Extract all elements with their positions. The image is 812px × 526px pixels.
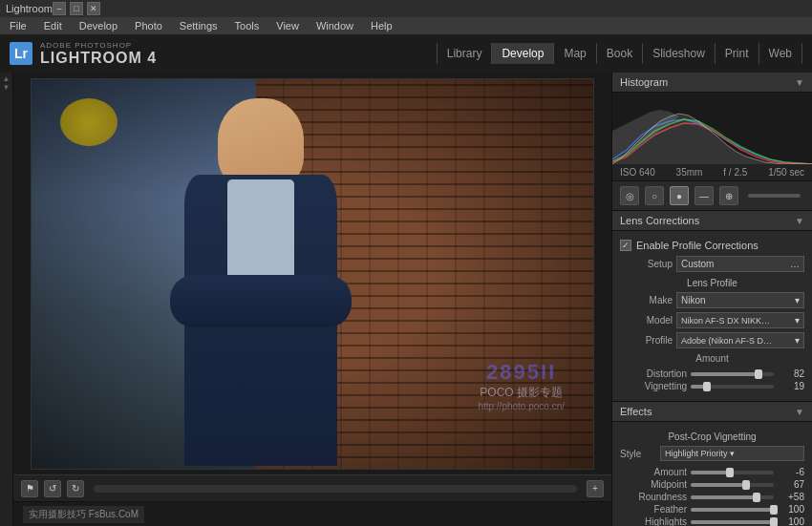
titlebar-title: Lightroom [6, 3, 53, 14]
lens-corrections-header[interactable]: Lens Corrections ▼ [612, 211, 812, 231]
midpoint-thumb[interactable] [742, 480, 750, 490]
tool-red-eye[interactable]: ⊕ [719, 186, 738, 205]
develop-tool-icons: ◎ ○ ● — ⊕ [612, 181, 812, 211]
distortion-slider[interactable] [691, 372, 774, 376]
hist-shutter: 1/50 sec [768, 167, 804, 178]
setup-select[interactable]: Custom … [676, 256, 804, 272]
profile-select[interactable]: Adobe (Nikon AF-S DX NIKKO... ▾ [676, 332, 804, 348]
tool-basic[interactable]: ◎ [620, 186, 639, 205]
histogram-section: Histogram ▼ [612, 73, 812, 181]
roundness-slider[interactable] [691, 495, 774, 499]
tab-print[interactable]: Print [716, 43, 759, 64]
menu-edit[interactable]: Edit [40, 20, 66, 32]
menu-photo[interactable]: Photo [131, 20, 166, 32]
distortion-value: 82 [778, 368, 804, 379]
bottom-status-bar: 实用摄影技巧 FsBus.CoM [13, 501, 611, 526]
left-up-arrow[interactable]: ▲ [3, 74, 11, 83]
menu-tools[interactable]: Tools [231, 20, 264, 32]
style-label: Style [620, 449, 656, 459]
roundness-value: +58 [778, 492, 804, 502]
tab-book[interactable]: Book [597, 43, 643, 64]
roundness-fill [691, 495, 757, 499]
make-select[interactable]: Nikon ▾ [676, 292, 804, 308]
highlights-label: Highlights [620, 516, 687, 526]
photo-rotate-left[interactable]: ↺ [44, 480, 61, 497]
amount-slider[interactable] [691, 471, 774, 474]
photo-zoom-in[interactable]: + [587, 480, 604, 497]
histogram-toggle[interactable]: ▼ [795, 77, 804, 88]
histogram-header[interactable]: Histogram ▼ [612, 73, 812, 93]
amount-label-eff: Amount [620, 467, 687, 477]
model-label: Model [620, 315, 673, 326]
tool-retouch[interactable]: — [694, 186, 714, 205]
app-subtitle: ADOBE PHOTOSHOP [40, 41, 157, 50]
lens-corrections-section: Lens Corrections ▼ ✓ Enable Profile Corr… [612, 211, 812, 402]
lens-corrections-content: ✓ Enable Profile Corrections Setup Custo… [612, 231, 812, 401]
effects-toggle[interactable]: ▼ [795, 407, 804, 417]
photo-filmstrip-scroll[interactable] [94, 485, 577, 493]
minimize-button[interactable]: – [53, 2, 66, 15]
maximize-button[interactable]: □ [70, 2, 83, 15]
highlights-fill [691, 520, 774, 524]
left-down-arrow[interactable]: ▼ [3, 83, 11, 92]
tab-slideshow[interactable]: Slideshow [643, 43, 716, 64]
tab-develop[interactable]: Develop [492, 43, 554, 64]
main: Lr ADOBE PHOTOSHOP LIGHTROOM 4 Library D… [0, 34, 812, 526]
menu-file[interactable]: File [6, 20, 31, 32]
vignetting-thumb[interactable] [703, 382, 711, 391]
model-chevron: ▾ [795, 315, 800, 326]
feather-slider[interactable] [691, 508, 774, 512]
highlights-value: 100 [778, 516, 804, 526]
profile-label: Profile [620, 335, 673, 346]
tab-web[interactable]: Web [759, 43, 802, 64]
amount-thumb[interactable] [726, 468, 734, 477]
photo-panel: 2895II POCO 摄影专题 http://photo.poco.cn/ ⚑… [13, 73, 611, 526]
model-row: Model Nikon AF-S DX NIKKOR 35mm... ▾ [612, 310, 812, 330]
make-label: Make [620, 295, 673, 305]
model-select[interactable]: Nikon AF-S DX NIKKOR 35mm... ▾ [676, 312, 804, 328]
enable-profile-checkbox[interactable]: ✓ [620, 240, 631, 251]
lr-badge: Lr [10, 42, 32, 65]
menu-settings[interactable]: Settings [176, 20, 222, 32]
close-button[interactable]: ✕ [87, 2, 100, 15]
menu-help[interactable]: Help [367, 20, 396, 32]
photo-display: 2895II POCO 摄影专题 http://photo.poco.cn/ [13, 73, 611, 474]
lens-profile-label: Lens Profile [612, 274, 812, 290]
menu-window[interactable]: Window [312, 20, 357, 32]
app-title: LIGHTROOM 4 [40, 50, 157, 67]
menu-develop[interactable]: Develop [75, 20, 121, 32]
vignetting-value: 19 [778, 381, 804, 391]
lens-corrections-toggle[interactable]: ▼ [795, 216, 804, 226]
midpoint-label: Midpoint [620, 479, 687, 490]
lens-corrections-title: Lens Corrections [620, 215, 699, 226]
effects-sliders: Amount -6 Midpoint [612, 463, 812, 526]
tool-crop[interactable]: ○ [645, 186, 664, 205]
tool-lens[interactable]: ● [670, 186, 689, 205]
right-panel: Histogram ▼ [611, 73, 812, 526]
midpoint-row: Midpoint 67 [620, 479, 804, 490]
tool-slider-track[interactable] [748, 194, 801, 198]
style-select[interactable]: Highlight Priority ▾ [660, 446, 804, 461]
effects-header[interactable]: Effects ▼ [612, 402, 812, 422]
tab-map[interactable]: Map [554, 43, 596, 64]
feather-thumb[interactable] [770, 505, 778, 515]
make-chevron: ▾ [795, 295, 800, 305]
effects-section: Effects ▼ Post-Crop Vignetting Style Hig… [612, 402, 812, 526]
highlights-slider[interactable] [691, 520, 774, 524]
roundness-thumb[interactable] [753, 493, 760, 502]
vignetting-slider[interactable] [691, 385, 774, 389]
amount-value: -6 [778, 467, 804, 477]
tab-library[interactable]: Library [437, 43, 493, 64]
menu-view[interactable]: View [272, 20, 303, 32]
midpoint-slider[interactable] [691, 483, 774, 487]
top-navigation: Lr ADOBE PHOTOSHOP LIGHTROOM 4 Library D… [0, 34, 812, 73]
highlights-row: Highlights 100 [620, 516, 804, 526]
feather-label: Feather [620, 504, 687, 515]
distortion-thumb[interactable] [755, 369, 762, 379]
amount-label: Amount [612, 350, 812, 365]
photo-rotate-right[interactable]: ↻ [67, 480, 84, 497]
photo-flag-button[interactable]: ⚑ [21, 480, 38, 497]
style-row: Style Highlight Priority ▾ [612, 444, 812, 463]
distortion-group: Distortion 82 Vignetting [612, 365, 812, 395]
highlights-thumb[interactable] [770, 517, 778, 527]
